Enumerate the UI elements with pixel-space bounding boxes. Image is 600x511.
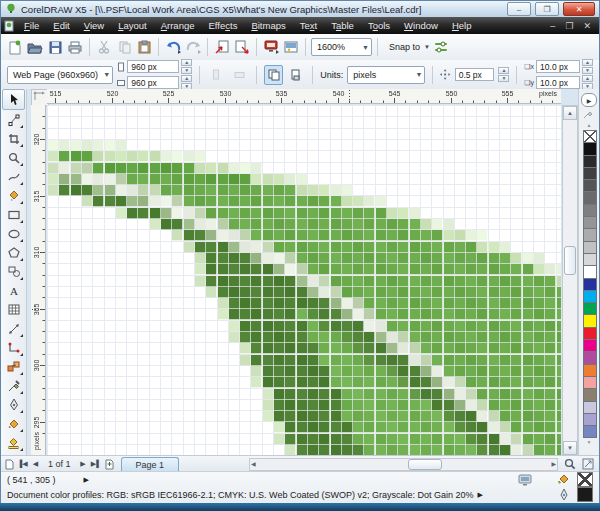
new-document-icon[interactable]	[6, 38, 24, 56]
next-page-button[interactable]: ▶	[77, 460, 90, 468]
swatch-60-black[interactable]	[583, 191, 597, 204]
current-page-size-button[interactable]	[287, 65, 306, 85]
cut-icon[interactable]	[95, 38, 113, 56]
profiles-flyout-icon[interactable]: ▶	[478, 491, 483, 499]
duplicate-x-spinner[interactable]: ▲▼	[582, 59, 593, 74]
units-combo[interactable]: pixels ▼	[347, 66, 425, 84]
swatch-none[interactable]	[583, 130, 597, 143]
menu-table[interactable]: Table	[324, 17, 361, 34]
page-height-field[interactable]: 960 px	[127, 76, 179, 89]
page-width-field[interactable]: 960 px	[127, 60, 179, 73]
drawing-canvas[interactable]	[47, 105, 561, 455]
vertical-scroll-thumb[interactable]	[564, 246, 576, 275]
swatch-70-black[interactable]	[583, 179, 597, 192]
menu-window[interactable]: Window	[397, 17, 445, 34]
swatch-green[interactable]	[583, 302, 597, 315]
swatch-brown[interactable]	[583, 388, 597, 401]
add-page-icon[interactable]	[105, 459, 115, 470]
menu-text[interactable]: Text	[293, 17, 324, 34]
swatch-yellow[interactable]	[583, 314, 597, 327]
copy-icon[interactable]	[115, 38, 133, 56]
swatch-blue[interactable]	[583, 278, 597, 291]
title-bar[interactable]: CorelDRAW X5 - [\\.PSF\Local Work Area\C…	[1, 1, 599, 18]
page-height-spinner[interactable]: ▲▼	[181, 75, 192, 90]
swatch-black[interactable]	[583, 142, 597, 155]
menu-bitmaps[interactable]: Bitmaps	[244, 17, 292, 34]
text-tool[interactable]: A	[3, 281, 24, 300]
all-pages-size-button[interactable]	[264, 65, 283, 85]
dimension-tool[interactable]	[3, 319, 24, 338]
first-page-button[interactable]: ▐◀	[16, 460, 29, 468]
options-icon[interactable]	[432, 38, 450, 56]
doc-close-button[interactable]: ✕	[578, 21, 596, 31]
ellipse-tool[interactable]	[3, 224, 24, 243]
print-icon[interactable]	[66, 38, 84, 56]
pick-tool[interactable]	[2, 89, 25, 110]
basic-shapes-tool[interactable]	[3, 262, 24, 281]
swatch-90-black[interactable]	[583, 155, 597, 168]
save-icon[interactable]	[46, 38, 64, 56]
swatch-orange[interactable]	[583, 364, 597, 377]
swatch-10-black[interactable]	[583, 253, 597, 266]
doc-restore-button[interactable]: ❐	[560, 21, 578, 31]
page-size-preset-combo[interactable]: Web Page (960x960) ▼	[7, 66, 113, 84]
menu-effects[interactable]: Effects	[202, 17, 245, 34]
rectangle-tool[interactable]	[3, 205, 24, 224]
horizontal-scrollbar[interactable]: ◀ ▶	[249, 458, 558, 471]
menu-help[interactable]: Help	[445, 17, 479, 34]
duplicate-y-field[interactable]: 10.0 px	[536, 76, 580, 89]
blend-tool[interactable]	[3, 357, 24, 376]
swatch-50-black[interactable]	[583, 204, 597, 217]
vertical-ruler[interactable]	[31, 105, 46, 455]
duplicate-y-spinner[interactable]: ▲▼	[582, 75, 593, 90]
import-icon[interactable]	[213, 38, 231, 56]
undo-icon[interactable]	[164, 38, 182, 56]
crop-tool[interactable]	[3, 129, 24, 148]
previous-page-button[interactable]: ◀	[29, 460, 42, 468]
fill-tool[interactable]	[3, 414, 24, 433]
scroll-up-icon[interactable]: ▲	[563, 106, 577, 120]
open-icon[interactable]	[26, 38, 44, 56]
freehand-tool[interactable]	[3, 167, 24, 186]
export-icon[interactable]	[233, 38, 251, 56]
swatch-periwinkle[interactable]	[583, 425, 597, 438]
table-tool[interactable]	[3, 300, 24, 319]
shape-tool[interactable]	[3, 110, 24, 129]
close-button[interactable]: ✕	[563, 2, 595, 16]
last-page-button[interactable]: ▶▌	[90, 460, 103, 468]
zoom-level-combo[interactable]: 1600% ▼	[311, 38, 372, 56]
redo-icon[interactable]	[184, 38, 202, 56]
vertical-scrollbar[interactable]: ▲ ▼	[562, 105, 578, 456]
status-flyout-icon[interactable]: ▶	[84, 476, 89, 484]
palette-eyedropper-icon[interactable]	[583, 109, 595, 121]
color-eyedropper-tool[interactable]	[3, 376, 24, 395]
swatch-30-black[interactable]	[583, 228, 597, 241]
swatch-40-black[interactable]	[583, 216, 597, 229]
application-launcher-icon[interactable]	[262, 38, 280, 56]
palette-scroll-up-icon[interactable]: ▲	[583, 122, 595, 129]
polygon-tool[interactable]	[3, 243, 24, 262]
outline-pen-tool[interactable]	[3, 395, 24, 414]
menu-file[interactable]: File	[17, 17, 46, 34]
doc-minimize-button[interactable]: –	[545, 21, 560, 31]
nudge-field[interactable]: 0.5 px	[455, 68, 495, 81]
scroll-right-icon[interactable]: ▶	[551, 460, 556, 467]
palette-scroll-down-icon[interactable]: ▼	[583, 439, 595, 446]
horizontal-scroll-thumb[interactable]	[408, 459, 442, 470]
swatch-pink[interactable]	[583, 376, 597, 389]
scroll-down-icon[interactable]: ▼	[563, 441, 577, 455]
nudge-spinner[interactable]: ▲▼	[498, 67, 509, 82]
smart-fill-tool[interactable]	[3, 186, 24, 205]
page-width-spinner[interactable]: ▲▼	[181, 59, 192, 74]
palette-flyout-button[interactable]: ▶	[581, 93, 597, 107]
swatch-white[interactable]	[583, 265, 597, 278]
zoom-tool[interactable]	[3, 148, 24, 167]
restore-button[interactable]: ❐	[535, 2, 559, 16]
snap-to-button[interactable]: Snap to	[383, 42, 422, 52]
welcome-screen-icon[interactable]	[282, 38, 300, 56]
horizontal-ruler[interactable]	[47, 89, 561, 104]
connector-tool[interactable]	[3, 338, 24, 357]
chevron-down-icon[interactable]: ▼	[424, 44, 430, 50]
minimize-button[interactable]: –	[507, 2, 531, 16]
interactive-fill-tool[interactable]	[3, 433, 24, 452]
